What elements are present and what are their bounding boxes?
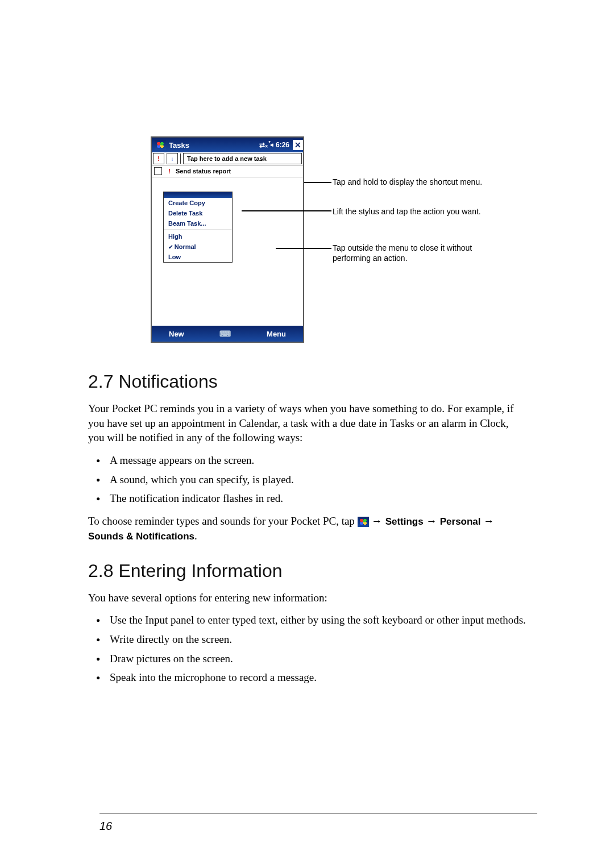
priority-indicator: !: [167, 168, 172, 175]
status-area: ⇄ₓ ◀༹ 6:26: [259, 141, 289, 149]
list-item: Write directly on the screen.: [88, 632, 526, 647]
list-item: The notification indicator flashes in re…: [88, 491, 526, 506]
connectivity-icon: ⇄ₓ: [259, 141, 268, 149]
sort-asc-button[interactable]: !: [153, 153, 164, 164]
close-icon[interactable]: ✕: [293, 140, 303, 150]
callouts: Tap and hold to display the shortcut men…: [321, 136, 503, 343]
label-sounds-notifications: Sounds & Notifications: [88, 531, 194, 542]
softkey-new[interactable]: New: [169, 330, 184, 338]
clock: 6:26: [276, 141, 289, 149]
device-screenshot: Tasks ⇄ₓ ◀༹ 6:26 ✕ ! ↓ Tap here to add a…: [151, 136, 304, 343]
paragraph-settings-path: To choose reminder types and sounds for …: [88, 514, 526, 543]
label-personal: Personal: [440, 516, 481, 527]
menu-create-copy[interactable]: Create Copy: [164, 198, 232, 208]
heading-entering-information: 2.8 Entering Information: [88, 560, 526, 582]
keyboard-icon[interactable]: ⌨: [219, 329, 231, 338]
list-item: Speak into the microphone to record a me…: [88, 670, 526, 685]
page-number: 16: [99, 820, 112, 833]
start-icon: [358, 517, 369, 527]
menu-beam-task[interactable]: Beam Task...: [164, 218, 232, 229]
callout-shortcut-menu: Tap and hold to display the shortcut men…: [333, 177, 492, 188]
footer-rule: [99, 813, 537, 813]
app-title: Tasks: [169, 141, 189, 149]
softkey-bar: New ⌨ Menu: [152, 326, 303, 342]
page-container: Tasks ⇄ₓ ◀༹ 6:26 ✕ ! ↓ Tap here to add a…: [0, 0, 614, 868]
titlebar: Tasks ⇄ₓ ◀༹ 6:26 ✕: [152, 138, 303, 152]
volume-icon: ◀༹: [270, 141, 273, 149]
task-row[interactable]: ! Send status report: [152, 165, 303, 177]
context-menu-header: [164, 192, 232, 198]
bullet-list: Use the Input panel to enter typed text,…: [88, 613, 526, 685]
toolbar: ! ↓ Tap here to add a new task: [152, 152, 303, 165]
arrow-icon: →: [483, 515, 494, 527]
paragraph: You have several options for entering ne…: [88, 591, 526, 605]
figure-row: Tasks ⇄ₓ ◀༹ 6:26 ✕ ! ↓ Tap here to add a…: [151, 136, 526, 343]
sort-desc-button[interactable]: ↓: [167, 153, 178, 164]
menu-priority-low[interactable]: Low: [164, 252, 232, 262]
toolbar-separator: [180, 153, 181, 164]
checkbox-icon[interactable]: [154, 167, 162, 175]
arrow-icon: →: [371, 515, 385, 527]
bullet-list: A message appears on the screen. A sound…: [88, 453, 526, 506]
start-flag-icon[interactable]: [154, 139, 167, 151]
label-settings: Settings: [385, 516, 424, 527]
callout-tap-action: Lift the stylus and tap the action you w…: [333, 207, 492, 217]
heading-notifications: 2.7 Notifications: [88, 371, 526, 392]
context-menu: Create Copy Delete Task Beam Task... Hig…: [163, 192, 233, 263]
paragraph: Your Pocket PC reminds you in a variety …: [88, 401, 526, 445]
new-task-input[interactable]: Tap here to add a new task: [183, 153, 302, 164]
callout-tap-outside: Tap outside the menu to close it without…: [333, 243, 492, 263]
arrow-icon: →: [426, 515, 439, 527]
menu-priority-high[interactable]: High: [164, 231, 232, 242]
menu-separator: [164, 230, 232, 230]
content-area: Tasks ⇄ₓ ◀༹ 6:26 ✕ ! ↓ Tap here to add a…: [88, 136, 526, 685]
task-label: Send status report: [176, 168, 231, 175]
menu-priority-normal[interactable]: Normal: [164, 242, 232, 252]
list-item: Use the Input panel to enter typed text,…: [88, 613, 526, 628]
list-item: A message appears on the screen.: [88, 453, 526, 468]
list-item: Draw pictures on the screen.: [88, 651, 526, 666]
list-item: A sound, which you can specify, is playe…: [88, 472, 526, 487]
softkey-menu[interactable]: Menu: [267, 330, 286, 338]
menu-delete-task[interactable]: Delete Task: [164, 208, 232, 218]
